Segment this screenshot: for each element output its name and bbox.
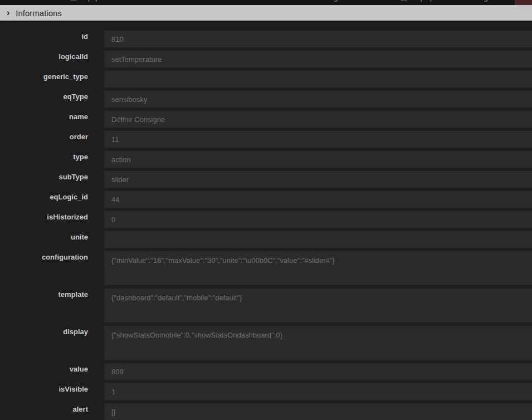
- alert-input[interactable]: [104, 403, 532, 420]
- type-field: [104, 151, 532, 168]
- unite-input[interactable]: [104, 231, 532, 248]
- field-row-display: display: [0, 326, 532, 360]
- generic_type-field: [104, 71, 532, 87]
- field-row-id: id: [0, 31, 532, 47]
- field-row-value: value: [0, 363, 532, 380]
- tab-equipement[interactable]: ▣ Equipement: [69, 0, 121, 5]
- eqType-input[interactable]: [104, 91, 532, 108]
- advanced-configuration-button[interactable]: ⚙ Configuration avancée: [305, 0, 391, 5]
- field-row-isHistorized: isHistorized: [0, 211, 532, 228]
- subType-field: [104, 171, 532, 188]
- duplicate-label: Dupliquer: [411, 0, 442, 2]
- logicalId-label: logicalId: [0, 51, 104, 67]
- alert-field: [104, 403, 532, 420]
- eqType-label: eqType: [0, 91, 104, 108]
- isVisible-input[interactable]: [104, 383, 532, 400]
- configuration-field: [104, 251, 532, 285]
- isVisible-label: isVisible: [0, 383, 104, 400]
- tab-home[interactable]: ⌂: [9, 0, 16, 5]
- display-label: display: [0, 326, 104, 360]
- tab-commandes[interactable]: ☰ Commandes: [135, 0, 189, 5]
- configuration-label: configuration: [0, 251, 104, 285]
- field-row-alert: alert: [0, 403, 532, 420]
- value-field: [104, 363, 532, 380]
- id-input[interactable]: [104, 31, 532, 47]
- tab-equipement-label: Equipement: [81, 0, 119, 2]
- display-input[interactable]: [104, 326, 532, 360]
- template-input[interactable]: [104, 289, 532, 323]
- eqType-field: [104, 91, 532, 108]
- unite-label: unite: [0, 231, 104, 248]
- display-field: [104, 326, 532, 360]
- field-row-unite: unite: [0, 231, 532, 248]
- field-row-subType: subType: [0, 171, 532, 188]
- advanced-configuration-label: Configuration avancée: [317, 0, 389, 2]
- field-row-logicalId: logicalId: [0, 51, 532, 67]
- field-row-order: order: [0, 131, 532, 148]
- logicalId-field: [104, 51, 532, 67]
- save-icon: ✓: [453, 0, 460, 1]
- alert-label: alert: [0, 403, 104, 420]
- duplicate-icon: ▣: [401, 0, 407, 1]
- field-row-eqLogic_id: eqLogic_id: [0, 191, 532, 208]
- name-label: name: [0, 111, 104, 128]
- isHistorized-label: isHistorized: [0, 211, 104, 228]
- section-title: Informations: [16, 8, 62, 18]
- configuration-input[interactable]: [104, 251, 532, 285]
- field-row-template: template: [0, 289, 532, 323]
- generic_type-input[interactable]: [104, 71, 532, 87]
- field-row-configuration: configuration: [0, 251, 532, 285]
- save-button[interactable]: ✓ Sauvegarder: [452, 0, 506, 5]
- chevron-right-icon: ›: [7, 8, 9, 17]
- delete-icon: ⊖: [521, 0, 528, 1]
- isVisible-field: [104, 383, 532, 400]
- generic_type-label: generic_type: [0, 71, 104, 87]
- gear-icon: ⚙: [306, 0, 313, 1]
- id-label: id: [0, 31, 104, 47]
- unite-field: [104, 231, 532, 248]
- value-input[interactable]: [104, 363, 532, 380]
- field-row-isVisible: isVisible: [0, 383, 532, 400]
- eqLogic_id-input[interactable]: [104, 191, 532, 208]
- type-label: type: [0, 151, 104, 168]
- field-row-type: type: [0, 151, 532, 168]
- subType-label: subType: [0, 171, 104, 188]
- home-icon: ⌂: [10, 0, 14, 1]
- duplicate-button[interactable]: ▣ Dupliquer: [399, 0, 443, 5]
- order-input[interactable]: [104, 131, 532, 148]
- delete-button[interactable]: ⊖ Supprimer: [515, 0, 532, 5]
- isHistorized-input[interactable]: [104, 211, 532, 228]
- template-field: [104, 289, 532, 323]
- logicalId-input[interactable]: [104, 51, 532, 67]
- type-input[interactable]: [104, 151, 532, 168]
- field-row-generic_type: generic_type: [0, 71, 532, 87]
- equipment-icon: ▣: [70, 0, 77, 1]
- template-label: template: [0, 289, 104, 323]
- eqLogic_id-label: eqLogic_id: [0, 191, 104, 208]
- informations-form: idlogicalIdgeneric_typeeqTypenameorderty…: [0, 22, 532, 420]
- isHistorized-field: [104, 211, 532, 228]
- commands-icon: ☰: [136, 0, 143, 1]
- id-field: [104, 31, 532, 47]
- save-label: Sauvegarder: [463, 0, 505, 2]
- subType-input[interactable]: [104, 171, 532, 188]
- name-field: [104, 111, 532, 128]
- order-label: order: [0, 131, 104, 148]
- order-field: [104, 131, 532, 148]
- name-input[interactable]: [104, 111, 532, 128]
- value-label: value: [0, 363, 104, 380]
- field-row-eqType: eqType: [0, 91, 532, 108]
- eqLogic_id-field: [104, 191, 532, 208]
- field-row-name: name: [0, 111, 532, 128]
- informations-section-header[interactable]: › Informations: [0, 5, 532, 22]
- tab-commandes-label: Commandes: [147, 0, 188, 2]
- top-toolbar: ⌂ ▣ Equipement ☰ Commandes ⚙ Configurati…: [0, 0, 532, 5]
